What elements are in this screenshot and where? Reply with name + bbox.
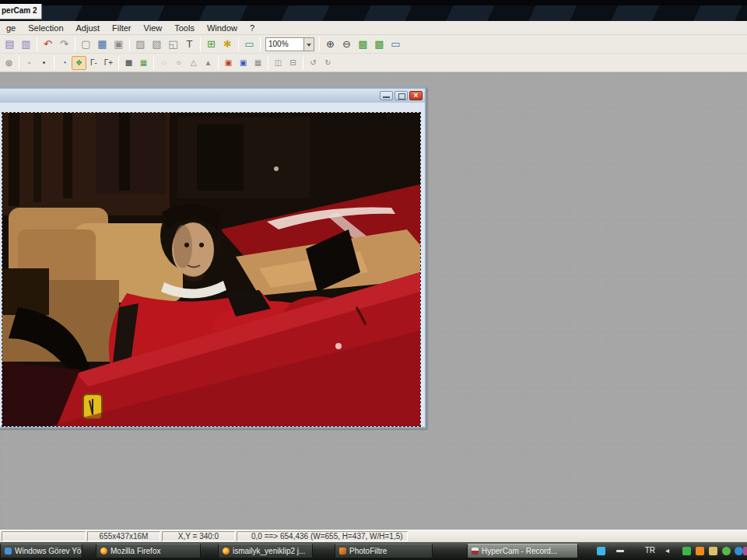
minimize-button[interactable] [380, 91, 393, 100]
toolbar-separator [153, 56, 154, 70]
zoom-combo: 100% [265, 37, 314, 51]
statusbar: 655x437x16M X,Y = 340:0 0,0 ==> 654,436 … [0, 530, 747, 542]
menu-image[interactable]: ge [0, 22, 22, 34]
menu-window[interactable]: Window [201, 22, 244, 34]
tray-icon-skype[interactable] [735, 547, 743, 555]
toolbar-separator [260, 37, 261, 51]
gamma-minus-icon[interactable]: Γ- [86, 56, 101, 70]
zoom-dropdown-button[interactable] [304, 37, 314, 51]
taskbar-button-firefox[interactable]: Mozilla Firefox [96, 544, 201, 558]
paste-icon[interactable]: ▧ [149, 37, 165, 52]
statusbar-cursor-position: X,Y = 340:0 [162, 531, 235, 541]
taskbar-button-task-manager[interactable]: Windows Görev Yön... [0, 544, 82, 558]
reinforce-icon[interactable]: ▲ [201, 56, 216, 70]
fullscreen-icon[interactable]: ▭ [388, 37, 404, 52]
toolbar-separator [75, 37, 75, 51]
language-indicator[interactable]: TR [645, 546, 655, 555]
statusbar-empty-cell [2, 531, 86, 541]
taskbar-button-photofiltre[interactable]: PhotoFiltre [335, 544, 433, 558]
toolbar-separator [238, 37, 239, 51]
taskbar-button-label: Windows Görev Yön... [15, 547, 82, 555]
menu-selection[interactable]: Selection [22, 22, 69, 34]
fit-window-icon[interactable]: ▩ [371, 37, 388, 52]
frame-icon[interactable]: ▣ [236, 56, 251, 70]
mirror-horizontal-icon[interactable]: ◫ [271, 56, 286, 70]
photomask-icon[interactable]: ▣ [221, 56, 236, 70]
canvas-size-icon[interactable]: ▦ [94, 37, 110, 52]
photofiltre-icon [339, 548, 346, 555]
copy-icon[interactable]: ▨ [132, 37, 149, 52]
statusbar-image-info: 655x437x16M [87, 531, 160, 541]
duplicate-icon[interactable]: ▣ [110, 37, 127, 52]
automate-icon[interactable]: ✱ [219, 37, 236, 52]
mirror-vertical-icon[interactable]: ⊟ [286, 56, 300, 70]
photo-canvas[interactable] [2, 113, 420, 426]
taskbar-button-firefox-page[interactable]: ismailyk_yeniklip2 j... [218, 544, 313, 558]
close-button[interactable]: × [409, 91, 423, 100]
rotate-left-icon[interactable]: ↺ [306, 56, 321, 70]
menu-tools[interactable]: Tools [168, 22, 201, 34]
hypercam-overlay-label: perCam 2 [0, 4, 42, 19]
tray-icon-notes[interactable] [709, 547, 717, 555]
scan-icon[interactable]: ▥ [18, 37, 34, 52]
saturation-plus-icon[interactable]: ❖ [72, 56, 86, 70]
redo-icon[interactable]: ↷ [56, 37, 72, 52]
taskbar-button-label: HyperCam - Record... [482, 547, 557, 555]
taskbar-button-hypercam[interactable]: HyperCam - Record... [467, 544, 578, 558]
screen-explorer-icon[interactable]: ▭ [241, 37, 258, 52]
menu-filter[interactable]: Filter [106, 22, 137, 34]
paste-as-new-icon[interactable]: ◱ [165, 37, 181, 52]
toolbar-separator [118, 56, 119, 70]
menu-adjust[interactable]: Adjust [70, 22, 107, 34]
gamma-plus-icon[interactable]: Γ+ [101, 56, 116, 70]
workspace: × [0, 72, 747, 530]
zoom-value-field[interactable]: 100% [265, 37, 304, 51]
rotate-right-icon[interactable]: ↻ [321, 56, 335, 70]
tray-icon-status[interactable] [722, 547, 731, 555]
menu-view[interactable]: View [138, 22, 169, 34]
auto-levels-icon[interactable]: ◎ [2, 56, 16, 70]
blur-icon[interactable]: ◌ [156, 56, 171, 70]
task-manager-icon [5, 548, 12, 555]
tray-icon-green[interactable] [682, 547, 691, 555]
soften-icon[interactable]: ○ [171, 56, 186, 70]
saturation-minus-icon[interactable]: ◔ [57, 56, 72, 70]
tray-chevron-icon[interactable]: ◂ [665, 546, 669, 555]
image-size-icon[interactable]: ▢ [78, 37, 94, 52]
colorize-icon[interactable]: ▦ [136, 56, 151, 70]
zoom-in-icon[interactable]: ⊕ [322, 37, 338, 52]
layers-icon[interactable]: ⊞ [203, 37, 219, 52]
transparency-icon[interactable]: ▦ [251, 56, 265, 70]
tray-icon-orange[interactable] [696, 547, 704, 555]
text-icon[interactable]: T [181, 37, 198, 52]
firefox-icon [223, 548, 230, 555]
taskbar-button-label: PhotoFiltre [349, 547, 387, 555]
undo-icon[interactable]: ↶ [40, 37, 56, 52]
taskbar-button-label: ismailyk_yeniklip2 j... [233, 547, 305, 555]
image-document-window[interactable]: × [0, 87, 426, 429]
toolbar-separator [303, 56, 303, 70]
sharpen-icon[interactable]: △ [186, 56, 201, 70]
restore-button[interactable] [395, 91, 408, 100]
photo-selection-border[interactable] [2, 112, 421, 427]
brightness-plus-icon[interactable]: • [37, 56, 51, 70]
brightness-minus-icon[interactable]: ◦ [22, 56, 37, 70]
menu-help[interactable]: ? [244, 22, 261, 34]
fit-image-icon[interactable]: ▩ [355, 37, 371, 52]
zoom-out-icon[interactable]: ⊖ [338, 37, 355, 52]
toolbar-separator [129, 37, 130, 51]
toolbar-separator [218, 56, 219, 70]
hypercam-icon [472, 548, 479, 555]
desktop-title-band [0, 0, 747, 21]
statusbar-selection-info: 0,0 ==> 654,436 (W=655, H=437, W/H=1,5) [237, 531, 408, 541]
tray-icon-clipped[interactable] [743, 547, 747, 555]
minimized-indicator-icon[interactable] [616, 550, 624, 552]
menubar: ge Selection Adjust Filter View Tools Wi… [0, 21, 747, 35]
messenger-tray-icon[interactable] [597, 547, 605, 555]
toolbar-separator [200, 37, 201, 51]
toolbar-separator [319, 37, 320, 51]
grayscale-icon[interactable]: ▩ [121, 56, 136, 70]
image-window-titlebar[interactable]: × [0, 89, 425, 103]
adjust-toolbar: ◎ ◦ • ◔ ❖ Γ- Γ+ ▩ ▦ ◌ ○ △ ▲ ▣ ▣ ▦ ◫ ⊟ ↺ … [0, 54, 747, 72]
print-icon[interactable]: ▤ [2, 37, 18, 52]
